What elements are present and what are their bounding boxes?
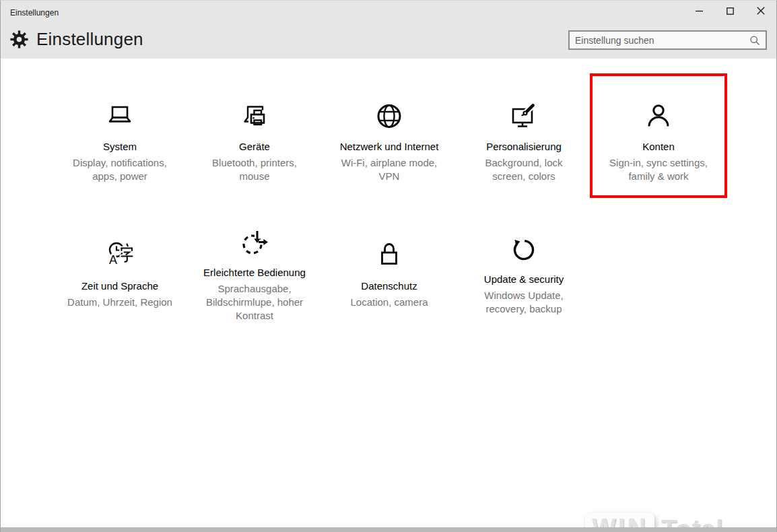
close-icon — [757, 7, 765, 15]
minimize-icon — [696, 7, 703, 15]
tile-subtitle: Sprachausgabe, Bildschirmlupe, hoher Kon… — [197, 282, 312, 323]
tile-subtitle: Sign-in, sync settings, family & work — [600, 156, 718, 183]
app-header: Einstellungen — [1, 24, 776, 55]
tile-personalization[interactable]: Personalisierung Background, lock screen… — [457, 75, 591, 197]
gear-icon — [10, 30, 28, 48]
person-icon — [591, 100, 726, 133]
tile-devices[interactable]: Geräte Bluetooth, printers, mouse — [187, 75, 322, 197]
tile-privacy[interactable]: Datenschutz Location, camera — [322, 240, 457, 309]
tile-subtitle: Datum, Uhrzeit, Region — [53, 296, 187, 309]
tile-subtitle: Wi-Fi, airplane mode, VPN — [332, 156, 446, 183]
tile-title: System — [53, 140, 187, 154]
tile-grid: System Display, notifications, apps, pow… — [1, 75, 776, 320]
clock-language-icon: A — [53, 240, 187, 272]
tile-accounts[interactable]: Konten Sign-in, sync settings, family & … — [591, 75, 726, 197]
window-controls — [683, 1, 776, 21]
laptop-icon — [53, 100, 187, 133]
search-icon — [749, 35, 766, 46]
search-box — [568, 30, 767, 50]
settings-home: System Display, notifications, apps, pow… — [1, 75, 776, 532]
tile-row-2: A — [53, 228, 776, 320]
lock-icon — [322, 240, 457, 272]
tile-system[interactable]: System Display, notifications, apps, pow… — [53, 75, 187, 197]
tile-subtitle: Background, lock screen, colors — [473, 156, 574, 183]
maximize-button[interactable] — [714, 1, 745, 21]
tile-title: Erleichterte Bedienung — [187, 266, 322, 279]
tile-subtitle: Display, notifications, apps, power — [63, 156, 177, 183]
tile-title: Datenschutz — [322, 279, 457, 293]
refresh-icon — [457, 233, 591, 265]
tile-title: Geräte — [187, 140, 322, 154]
ease-of-access-icon — [187, 226, 322, 259]
tile-time-language[interactable]: A — [53, 240, 187, 309]
tile-title: Konten — [591, 140, 726, 154]
tile-subtitle: Windows Update, recovery, backup — [473, 289, 574, 316]
tile-title: Personalisierung — [457, 140, 591, 154]
titlebar: Einstellungen — [1, 1, 776, 25]
printer-icon — [187, 100, 322, 133]
window-title: Einstellungen — [1, 1, 59, 18]
page-title: Einstellungen — [36, 29, 143, 50]
close-button[interactable] — [745, 1, 776, 21]
tile-network[interactable]: Netzwerk und Internet Wi-Fi, airplane mo… — [322, 75, 457, 197]
globe-icon — [322, 100, 457, 133]
tile-subtitle: Bluetooth, printers, mouse — [197, 156, 312, 183]
minimize-button[interactable] — [683, 1, 714, 21]
tile-ease-of-access[interactable]: Erleichterte Bedienung Sprachausgabe, Bi… — [187, 226, 322, 323]
maximize-icon — [727, 7, 734, 15]
tile-title: Netzwerk und Internet — [322, 140, 457, 154]
tile-update-security[interactable]: Update & security Windows Update, recove… — [457, 233, 591, 316]
tile-title: Update & security — [457, 273, 591, 286]
settings-window: Einstellungen — [0, 0, 777, 532]
search-input[interactable] — [570, 35, 749, 46]
tile-subtitle: Location, camera — [322, 296, 457, 309]
window-chrome: Einstellungen — [1, 1, 776, 59]
tile-title: Zeit und Sprache — [53, 279, 187, 293]
window-bottom-border — [1, 527, 776, 532]
tile-row-1: System Display, notifications, apps, pow… — [53, 75, 776, 197]
svg-text:A: A — [109, 253, 117, 267]
monitor-brush-icon — [457, 100, 591, 133]
